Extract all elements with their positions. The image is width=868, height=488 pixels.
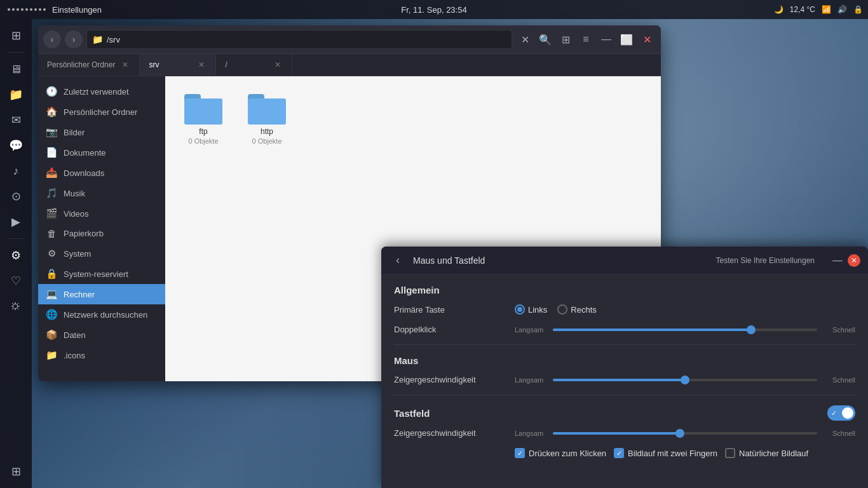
temperature-display: 12,4 °C (790, 5, 815, 14)
settings-minimize-button[interactable]: — (831, 254, 844, 267)
maus-fill (553, 379, 685, 381)
minimize-fm-button[interactable]: — (597, 30, 615, 48)
maus-speed-slider[interactable]: Langsam Schnell (515, 376, 855, 384)
sidebar-item-trash[interactable]: 🗑 Papierkorb (38, 224, 165, 243)
maus-track[interactable] (553, 379, 817, 381)
settings-dialog: ‹ Maus und Tastfeld Testen Sie Ihre Eins… (381, 247, 868, 488)
topbar-dots-menu[interactable] (5, 7, 48, 12)
dock-apps-icon[interactable]: ⊞ (4, 24, 27, 47)
divider-2 (394, 395, 855, 395)
clear-address-button[interactable]: ✕ (516, 30, 534, 48)
doppelklick-track[interactable] (553, 329, 817, 331)
tastfeld-speed-slider[interactable]: Langsam Schnell (515, 430, 855, 437)
dock-play-icon[interactable]: ▶ (4, 210, 27, 233)
tastfeld-toggle[interactable]: ✓ (827, 405, 855, 421)
network-icon: 🌐 (46, 309, 57, 320)
header-actions: ✕ 🔍 ⊞ ≡ — ⬜ ✕ (516, 30, 656, 48)
dock-pulse-icon[interactable]: ♡ (4, 269, 27, 292)
sidebar-item-home[interactable]: 🏠 Persönlicher Ordner (38, 102, 165, 122)
http-file-count: 0 Objekte (252, 137, 281, 145)
tab-personal-folder-close[interactable]: ✕ (120, 60, 130, 70)
topbar-datetime: Fr, 11. Sep, 23:54 (401, 5, 466, 15)
tastfeld-checkboxes-row: ✓ Drücken zum Klicken ✓ Bildlauf mit zwe… (394, 448, 855, 458)
dock-gear2-icon[interactable]: ⛭ (4, 295, 27, 318)
moon-icon: 🌙 (774, 5, 783, 14)
sidebar-item-system[interactable]: ⚙ System (38, 243, 165, 264)
topbar-app-name: Einstellungen (52, 5, 102, 15)
settings-body: Allgemein Primäre Taste Links Rechts (381, 274, 868, 488)
dock-separator-1 (7, 52, 25, 53)
tab-root[interactable]: / ✕ (216, 54, 292, 76)
sidebar-item-pictures[interactable]: 📷 Bilder (38, 122, 165, 142)
dock-steam-icon[interactable]: ⊙ (4, 185, 27, 208)
checkbox-druecken[interactable]: ✓ Drücken zum Klicken (515, 448, 606, 458)
checkbox-bildlauf[interactable]: ✓ Bildlauf mit zwei Fingern (614, 448, 717, 458)
maus-thumb[interactable] (681, 376, 689, 384)
tastfeld-checkboxes-control: ✓ Drücken zum Klicken ✓ Bildlauf mit zwe… (515, 448, 855, 458)
dock-chat-icon[interactable]: 💬 (4, 134, 27, 157)
file-item-http[interactable]: http 0 Objekte (241, 89, 292, 150)
dock-mail-icon[interactable]: ✉ (4, 109, 27, 132)
sidebar-item-downloads-label: Downloads (64, 168, 104, 178)
grid-view-button[interactable]: ⊞ (557, 30, 574, 48)
list-view-button[interactable]: ≡ (577, 30, 595, 48)
videos-icon: 🎬 (46, 208, 57, 219)
maus-title: Maus (394, 355, 855, 366)
tastfeld-track[interactable] (553, 432, 817, 435)
doppelklick-slider[interactable]: Langsam Schnell (515, 326, 855, 334)
settings-close-button[interactable]: ✕ (848, 254, 860, 267)
topbar: Einstellungen Fr, 11. Sep, 23:54 🌙 12,4 … (0, 0, 868, 19)
maus-zeiger-control: Langsam Schnell (515, 376, 855, 384)
tab-personal-folder[interactable]: Persönlicher Ordner ✕ (38, 54, 140, 76)
sidebar-item-music[interactable]: 🎵 Musik (38, 183, 165, 203)
checkbox-natuerlich[interactable]: Natürlicher Bildlauf (725, 448, 808, 458)
checkbox-bildlauf-box: ✓ (614, 448, 624, 458)
settings-title: Maus und Tastfeld (413, 255, 485, 266)
doppelklick-thumb[interactable] (747, 325, 756, 334)
file-item-ftp[interactable]: ftp 0 Objekte (178, 89, 229, 150)
tab-root-close[interactable]: ✕ (273, 60, 283, 70)
sidebar-item-videos[interactable]: 🎬 Videos (38, 203, 165, 224)
address-bar[interactable]: 📁 /srv (86, 30, 512, 49)
dock-grid-icon[interactable]: ⊞ (4, 460, 27, 483)
pictures-icon: 📷 (46, 126, 57, 138)
tab-srv-close[interactable]: ✕ (196, 60, 207, 70)
tastfeld-title: Tastfeld (394, 408, 430, 419)
sidebar-item-icons[interactable]: 📁 .icons (38, 345, 165, 365)
dock-separator-2 (7, 238, 25, 239)
primaere-taste-label: Primäre Taste (394, 305, 508, 315)
forward-button[interactable]: › (65, 30, 83, 48)
radio-links[interactable]: Links (515, 304, 547, 315)
allgemein-title: Allgemein (394, 285, 855, 295)
tastfeld-thumb[interactable] (675, 429, 684, 438)
dock-files-icon[interactable]: 📁 (4, 83, 27, 106)
tab-root-label: / (225, 60, 227, 69)
settings-window-controls: — ✕ (831, 254, 860, 267)
checkbox-bildlauf-label: Bildlauf mit zwei Fingern (628, 449, 717, 458)
dock-settings-icon[interactable]: ⚙ (4, 244, 27, 267)
sidebar-item-system-reserved[interactable]: 🔒 System-reserviert (38, 264, 165, 284)
restore-fm-button[interactable]: ⬜ (618, 30, 635, 48)
downloads-icon: 📥 (46, 167, 57, 179)
sidebar-item-computer[interactable]: 💻 Rechner (38, 284, 165, 304)
search-button[interactable]: 🔍 (536, 30, 554, 48)
sidebar-item-network[interactable]: 🌐 Netzwerk durchsuchen (38, 304, 165, 325)
sidebar-item-home-label: Persönlicher Ordner (64, 107, 137, 117)
sidebar-item-downloads[interactable]: 📥 Downloads (38, 163, 165, 183)
tab-srv[interactable]: srv ✕ (140, 54, 216, 76)
radio-rechts-label: Rechts (571, 305, 596, 315)
computer-icon: 💻 (46, 288, 57, 300)
sidebar-item-documents[interactable]: 📄 Dokumente (38, 142, 165, 163)
sidebar-item-recent[interactable]: 🕐 Zuletzt verwendet (38, 81, 165, 102)
dock-music-icon[interactable]: ♪ (4, 159, 27, 182)
sidebar-item-data[interactable]: 📦 Daten (38, 325, 165, 345)
settings-back-button[interactable]: ‹ (389, 252, 407, 269)
tastfeld-fast-label: Schnell (824, 430, 855, 437)
close-fm-button[interactable]: ✕ (638, 30, 656, 48)
tastfeld-slow-label: Langsam (515, 430, 546, 437)
back-button[interactable]: ‹ (43, 30, 61, 48)
test-settings-button[interactable]: Testen Sie Ihre Einstellungen (711, 254, 820, 268)
tastfeld-zeiger-row: Zeigergeschwindigkeit Langsam Schnell (394, 428, 855, 438)
dock-monitor-icon[interactable]: 🖥 (4, 58, 27, 81)
radio-rechts[interactable]: Rechts (557, 304, 596, 315)
